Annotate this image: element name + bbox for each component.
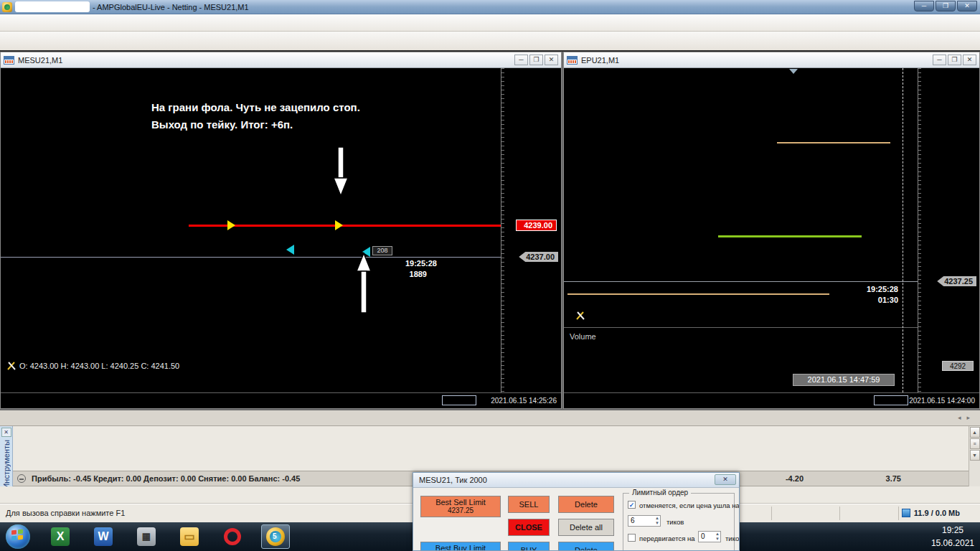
delete-sell-button[interactable]: Delete — [558, 496, 614, 513]
green-level-line[interactable] — [718, 235, 862, 237]
timebar-box[interactable] — [442, 395, 476, 405]
tab-scroll-arrows[interactable]: ◂▸ — [958, 414, 976, 421]
order-price-label: 4239.00 — [516, 220, 557, 231]
excel-icon[interactable]: X — [46, 524, 75, 549]
chart-icon — [567, 56, 578, 65]
volume-count-marker: 1889 — [388, 270, 427, 278]
best-sell-limit-button[interactable]: Best Sell Limit4237.25 — [420, 496, 501, 517]
move-label: передвигается на — [639, 534, 695, 542]
close-button[interactable]: ✕ — [957, 1, 977, 11]
taskbar-clock: 19:25 15.06.2021 — [931, 524, 980, 550]
scroll-down-icon[interactable]: ▼ — [970, 450, 980, 461]
word-icon[interactable]: W — [89, 524, 118, 549]
move-ticks-spinner[interactable]: 0▲▼ — [698, 531, 721, 542]
chart-tools-icon[interactable] — [575, 311, 585, 321]
chart-icon — [4, 56, 14, 65]
buy-price-line[interactable] — [189, 225, 501, 227]
titlebar: - AMPGlobalEU-Live - Netting - MESU21,M1… — [0, 0, 980, 14]
sell-button[interactable]: SELL — [508, 496, 550, 513]
delete-all-button[interactable]: Delete all — [558, 519, 614, 536]
maximize-button[interactable]: ❐ — [936, 1, 956, 11]
annotation-arrow-down-icon — [331, 146, 351, 199]
volume-pane-separator[interactable] — [564, 327, 918, 328]
cancel-if-label: отменяется, если цена ушла на — [639, 501, 740, 509]
total-commission: -4.20 — [760, 471, 804, 486]
main-toolbar — [0, 32, 980, 52]
chart-tools-icon[interactable] — [6, 361, 17, 371]
scale-marker-icon — [789, 69, 798, 74]
sidebar-close-icon[interactable]: ✕ — [1, 428, 11, 437]
price-axis — [918, 68, 979, 392]
buy-arrow-icon — [227, 220, 235, 230]
crosshair-vline — [903, 68, 903, 392]
chart-close-button[interactable]: ✕ — [545, 55, 558, 65]
chart-close-button[interactable]: ✕ — [963, 55, 976, 65]
trade-panel-dialog: MESU21, Тик 2000 ✕ Best Sell Limit4237.2… — [413, 472, 740, 551]
metatrader-window: - AMPGlobalEU-Live - Netting - MESU21,M1… — [0, 0, 980, 551]
metatrader-icon[interactable]: 5 — [261, 524, 290, 549]
limit-order-group: Лимитный ордер ✓ отменяется, если цена у… — [623, 493, 735, 551]
annotation-arrow-up-icon — [354, 252, 374, 316]
volume-axis-value: 4292 — [942, 361, 974, 371]
resistance-line[interactable] — [777, 142, 890, 143]
ticks-spinner[interactable]: 6▲▼ — [628, 515, 661, 527]
scroll-up-icon[interactable]: ▲ — [970, 427, 980, 438]
app-logo-icon — [2, 2, 12, 12]
start-button[interactable] — [6, 524, 30, 549]
support-line[interactable] — [567, 293, 829, 295]
time-axis: 2021.06.15 14:25:26 — [1, 392, 561, 408]
explorer-icon[interactable]: ▭ — [175, 524, 204, 549]
table-scrollbar[interactable]: ▲ ≡ ▼ — [969, 426, 980, 486]
cancel-if-checkbox[interactable]: ✓ — [628, 501, 636, 509]
ohlc-readout: O: 4243.00 H: 4243.00 L: 4240.25 C: 4241… — [19, 362, 179, 370]
connection-icon — [902, 509, 910, 517]
crosshair-tooltip: 2021.06.15 14:47:59 — [793, 374, 895, 386]
last-price-label: 4237.00 — [519, 252, 558, 262]
collapse-icon[interactable] — [17, 474, 26, 483]
calculator-icon[interactable]: ▦ — [132, 524, 161, 549]
minimize-button[interactable]: ─ — [914, 1, 934, 11]
ticks-label: тиков — [666, 518, 684, 526]
chart-datetime: 2021.06.15 14:24:00 — [909, 397, 975, 405]
chart-restore-button[interactable]: ❐ — [529, 55, 543, 65]
last-price-label: 4237.25 — [937, 276, 976, 286]
cluster-toolbar — [1, 68, 9, 85]
menubar — [0, 14, 980, 32]
sidebar-label[interactable]: Инструменты — [2, 440, 11, 489]
volume-marker: 208 — [372, 246, 392, 255]
annotation-text-line2: Выход по тейку. Итог: +6п. — [151, 118, 293, 131]
hidden-account-number — [15, 1, 90, 12]
move-checkbox[interactable] — [628, 534, 636, 542]
time-axis: 2021.06.15 14:24:00 — [564, 392, 979, 408]
sell-arrow-icon — [286, 245, 294, 255]
annotation-text-line1: На грани фола. Чуть не зацепило стоп. — [151, 101, 360, 113]
scroll-thumb[interactable]: ≡ — [970, 438, 980, 449]
chart-window-mesu21: MESU21,M1 ─ ❐ ✕ На грани фола. Чуть не з… — [0, 52, 562, 409]
status-text: Для вызова справки нажмите F1 — [6, 509, 125, 517]
chart-minimize-button[interactable]: ─ — [933, 55, 946, 65]
time-marker: 19:25:28 — [388, 259, 437, 268]
group-label: Лимитный ордер — [629, 489, 691, 496]
delete-buy-button[interactable]: Delete — [558, 542, 614, 551]
window-title: - AMPGlobalEU-Live - Netting - MESU21,M1 — [93, 3, 249, 11]
opera-icon[interactable] — [218, 524, 247, 549]
chart-minimize-button[interactable]: ─ — [514, 55, 528, 65]
volume-pane-label: Volume — [570, 332, 596, 341]
buy-arrow-icon — [335, 220, 343, 230]
dialog-title[interactable]: MESU21, Тик 2000 — [413, 473, 739, 488]
countdown-marker: 01:30 — [837, 296, 898, 304]
last-price-line — [1, 257, 501, 258]
chart-datetime: 2021.06.15 14:25:26 — [491, 397, 557, 405]
dialog-close-button[interactable]: ✕ — [715, 474, 736, 485]
best-buy-limit-button[interactable]: Best Buy Limit4237.00 — [420, 542, 501, 551]
chart-tab-row: ◂▸ — [0, 410, 980, 426]
chart-restore-button[interactable]: ❐ — [948, 55, 961, 65]
chart-window-epu21: EPU21,M1 ─ ❐ ✕ 19:25:28 — [563, 52, 980, 409]
close-position-button[interactable]: CLOSE — [508, 519, 550, 536]
move-ticks-label: тиков — [725, 534, 740, 542]
last-price-line — [564, 281, 918, 282]
buy-button[interactable]: BUY — [508, 542, 550, 551]
chart-workspace: MESU21,M1 ─ ❐ ✕ На грани фола. Чуть не з… — [0, 52, 980, 410]
candle-toolbar — [564, 68, 573, 85]
timebar-box[interactable] — [874, 395, 908, 405]
